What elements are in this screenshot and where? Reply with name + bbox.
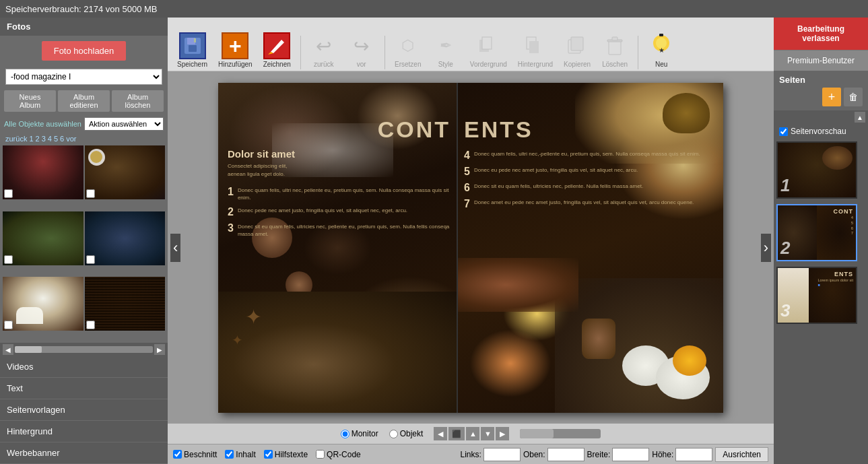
links-input[interactable] bbox=[483, 448, 521, 461]
foreground-button[interactable]: Vordergrund bbox=[466, 31, 511, 69]
photo-checkbox-1[interactable] bbox=[4, 189, 13, 198]
replace-button[interactable]: ⬡ Ersetzen bbox=[391, 31, 426, 69]
upload-button[interactable]: Foto hochladen bbox=[42, 41, 127, 61]
back-button[interactable]: ↩ zurück bbox=[306, 31, 341, 69]
breite-field: Breite: bbox=[587, 448, 650, 461]
delete-page-button[interactable]: 🗑 bbox=[844, 88, 863, 106]
sidebar-section-hintergrund[interactable]: Hintergrund bbox=[0, 421, 168, 442]
nav-left-button[interactable]: ◀ bbox=[434, 427, 447, 440]
breite-input[interactable] bbox=[612, 448, 649, 461]
pagination-back[interactable]: zurück bbox=[5, 135, 27, 143]
draw-icon bbox=[263, 32, 290, 59]
photo-checkbox-2[interactable] bbox=[86, 189, 95, 198]
nav-down-button[interactable]: ▼ bbox=[481, 427, 494, 440]
nav-right-button[interactable]: ▶ bbox=[496, 427, 509, 440]
sidebar-section-videos[interactable]: Videos bbox=[0, 356, 168, 378]
scroll-controls: ◀ ▶ bbox=[0, 343, 168, 356]
style-button[interactable]: ✒ Style bbox=[428, 31, 463, 69]
photo-checkbox-3[interactable] bbox=[4, 255, 13, 264]
nav-up-button[interactable]: ▲ bbox=[466, 427, 479, 440]
qr-code-checkbox-label[interactable]: QR-Code bbox=[316, 450, 361, 459]
oben-input[interactable] bbox=[547, 448, 585, 461]
pagination-page-5[interactable]: 5 bbox=[54, 135, 58, 143]
page-thumb-container-1[interactable]: 1 bbox=[774, 139, 868, 201]
inhalt-checkbox-label[interactable]: Inhalt bbox=[225, 450, 255, 459]
scroll-right-button[interactable]: ▶ bbox=[154, 344, 165, 355]
center-area: Speichern + Hinzufügen Zeichnen ↩ zurück bbox=[168, 18, 774, 464]
inhalt-label: Inhalt bbox=[236, 450, 255, 459]
zoom-slider[interactable] bbox=[520, 429, 601, 438]
beschnitt-checkbox[interactable] bbox=[173, 450, 182, 459]
photo-checkbox-4[interactable] bbox=[86, 255, 95, 264]
nav-home-button[interactable]: ⬛ bbox=[448, 427, 465, 440]
ausrichten-button[interactable]: Ausrichten bbox=[715, 447, 768, 462]
svg-rect-3 bbox=[194, 38, 196, 42]
beschnitt-checkbox-label[interactable]: Beschnitt bbox=[173, 450, 217, 459]
save-icon bbox=[179, 32, 206, 59]
pagination-page-3[interactable]: 3 bbox=[42, 135, 46, 143]
page-thumb-2[interactable]: CONT 2 4567 bbox=[776, 204, 857, 261]
sidebar-header: Fotos bbox=[0, 18, 168, 36]
inhalt-checkbox[interactable] bbox=[225, 450, 234, 459]
hoehe-field: Höhe: bbox=[652, 448, 712, 461]
svg-rect-14 bbox=[612, 37, 617, 40]
save-button[interactable]: Speichern bbox=[173, 31, 211, 69]
copy-label: Kopieren bbox=[564, 61, 591, 68]
pagination-page-4[interactable]: 4 bbox=[48, 135, 52, 143]
photo-checkbox-5[interactable] bbox=[4, 321, 13, 329]
right-scroll-up-button[interactable]: ▲ bbox=[855, 112, 865, 123]
photo-thumb-6[interactable] bbox=[85, 277, 166, 331]
page-thumb-1[interactable]: 1 bbox=[776, 141, 857, 199]
photo-thumb-3[interactable] bbox=[3, 211, 84, 265]
sidebar-section-text[interactable]: Text bbox=[0, 378, 168, 399]
photo-checkbox-6[interactable] bbox=[86, 321, 95, 329]
scroll-track[interactable] bbox=[15, 346, 153, 353]
objekt-radio-option[interactable]: Objekt bbox=[389, 429, 424, 438]
pagination-page-1[interactable]: 1 bbox=[29, 135, 33, 143]
seitenvorschau-checkbox[interactable] bbox=[779, 127, 788, 136]
draw-button[interactable]: Zeichnen bbox=[259, 31, 295, 69]
delete-button[interactable]: Löschen bbox=[597, 31, 632, 69]
new-album-button[interactable]: Neues Album bbox=[4, 90, 56, 112]
monitor-radio[interactable] bbox=[341, 430, 349, 438]
hilfstexte-checkbox[interactable] bbox=[264, 450, 273, 459]
monitor-radio-option[interactable]: Monitor bbox=[341, 429, 378, 438]
hoehe-input[interactable] bbox=[675, 448, 712, 461]
objekt-radio[interactable] bbox=[389, 430, 398, 438]
pagination-page-2[interactable]: 2 bbox=[36, 135, 40, 143]
sidebar-section-seitenvorlagen[interactable]: Seitenvorlagen bbox=[0, 399, 168, 421]
svg-rect-12 bbox=[609, 41, 621, 55]
canvas-nav-right-button[interactable]: › bbox=[761, 234, 771, 262]
select-row: Alle Objekte auswählen Aktion auswählen bbox=[0, 114, 168, 133]
background-button[interactable]: Hintergrund bbox=[514, 31, 557, 69]
add-page-button[interactable]: + bbox=[822, 88, 841, 106]
photo-thumb-4[interactable] bbox=[85, 211, 166, 265]
scroll-left-button[interactable]: ◀ bbox=[3, 344, 13, 355]
add-button[interactable]: + Hinzufügen bbox=[214, 31, 257, 69]
bearbeitung-button[interactable]: Bearbeitung verlassen bbox=[774, 18, 868, 50]
qr-code-checkbox[interactable] bbox=[316, 450, 325, 459]
pagination-forward[interactable]: vor bbox=[66, 135, 76, 143]
hilfstexte-checkbox-label[interactable]: Hilfstexte bbox=[264, 450, 308, 459]
photo-thumb-1[interactable] bbox=[3, 145, 84, 199]
premium-button[interactable]: Premium-Benutzer bbox=[774, 50, 868, 71]
canvas-nav-left-button[interactable]: ‹ bbox=[170, 234, 180, 262]
contents-item-3: 3 Donec sit eu quam felis, ultricies nec… bbox=[228, 223, 450, 238]
forward-button[interactable]: ↪ vor bbox=[344, 31, 379, 69]
page-thumb-container-3[interactable]: ENTS 3 Lorem ipsum dolor sit■ bbox=[774, 264, 868, 327]
album-select[interactable]: -food magazine I bbox=[5, 69, 162, 85]
item-5-text: Donec eu pede nec amet justo, fringilla … bbox=[474, 166, 638, 177]
action-select[interactable]: Aktion auswählen bbox=[84, 117, 164, 131]
pagination-page-6[interactable]: 6 bbox=[60, 135, 64, 143]
photo-thumb-2[interactable] bbox=[85, 145, 166, 199]
new-button[interactable]: ★ Neu bbox=[644, 31, 679, 69]
delete-album-button[interactable]: Album löschen bbox=[112, 90, 164, 112]
sidebar-section-werbebanner[interactable]: Werbebanner bbox=[0, 442, 168, 464]
select-all-link[interactable]: Alle Objekte auswählen bbox=[4, 120, 81, 128]
page-thumb-3[interactable]: ENTS 3 Lorem ipsum dolor sit■ bbox=[776, 267, 857, 324]
scroll-thumb[interactable] bbox=[15, 346, 42, 353]
page-thumb-container-2[interactable]: CONT 2 4567 bbox=[774, 201, 868, 264]
photo-thumb-5[interactable] bbox=[3, 277, 84, 331]
copy-button[interactable]: Kopieren bbox=[560, 31, 595, 69]
edit-album-button[interactable]: Album editieren bbox=[58, 90, 110, 112]
